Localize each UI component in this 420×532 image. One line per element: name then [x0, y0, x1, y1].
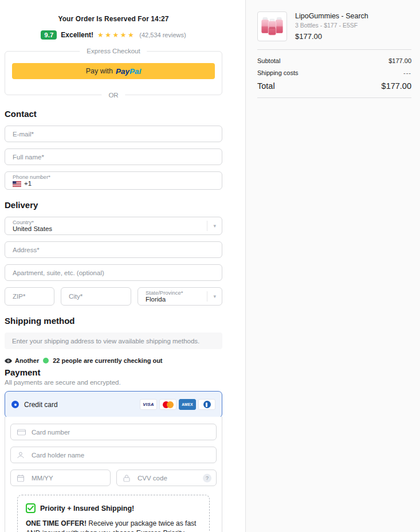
live-indicator-dot: [43, 358, 49, 363]
checkout-page: Your Order Is Reserved For 14:27 9.7 Exc…: [0, 0, 420, 532]
payment-method-box: Credit card VISA AMEX: [5, 391, 222, 532]
summary-divider-bottom: [257, 97, 411, 98]
shipping-notice: Enter your shipping address to view avai…: [5, 332, 222, 349]
social-proof-message: 22 people are currently checking out: [53, 357, 162, 364]
card-holder-field-wrap: [10, 447, 217, 463]
cvv-help-icon[interactable]: ?: [203, 474, 211, 482]
state-select[interactable]: State/Province* Florida ▾: [138, 287, 222, 306]
offer-checkbox[interactable]: [26, 503, 36, 513]
total-row: Total $177.00: [257, 81, 411, 91]
rating-row: 9.7 Excellent! ★★★★★ (42,534 reviews): [5, 30, 222, 40]
shipping-costs-label: Shipping costs: [257, 69, 299, 76]
check-icon: [28, 506, 34, 511]
total-label: Total: [257, 81, 275, 91]
payment-subheading: All payments are secure and encrypted.: [5, 379, 222, 386]
expiry-field-wrap: [10, 470, 111, 486]
product-title: LipoGummies - Search: [295, 12, 368, 20]
star-rating-icons: ★★★★★: [97, 31, 135, 39]
amex-icon: AMEX: [179, 399, 196, 410]
diners-icon: [198, 399, 215, 410]
paypal-button[interactable]: Pay with PayPal: [12, 63, 215, 79]
email-input[interactable]: [5, 126, 222, 142]
country-label: Country*: [13, 219, 214, 225]
zip-input[interactable]: [5, 287, 54, 306]
delivery-heading: Delivery: [5, 200, 222, 210]
visa-icon: VISA: [140, 399, 157, 410]
shipping-costs-row: Shipping costs ---: [257, 69, 411, 76]
phone-prefix: +1: [24, 180, 32, 187]
state-label: State/Province*: [146, 290, 214, 296]
product-bottles-illustration: [260, 14, 285, 39]
us-flag-icon: [13, 181, 21, 187]
social-proof-row: Another 22 people are currently checking…: [5, 357, 222, 364]
priority-shipping-offer-box: Priority + Insured Shipping! ONE TIME OF…: [17, 495, 210, 532]
payment-heading: Payment: [5, 367, 222, 377]
phone-input[interactable]: Phone number* +1: [5, 171, 222, 190]
product-image: [257, 11, 287, 41]
card-brand-badges: VISA AMEX: [140, 399, 215, 410]
rating-label: Excellent!: [61, 31, 93, 39]
card-holder-input[interactable]: [10, 447, 217, 463]
zip-city-state-row: State/Province* Florida ▾: [5, 287, 222, 306]
totals-section: Subtotal $177.00 Shipping costs --- Tota…: [257, 50, 411, 91]
phone-label: Phone number*: [13, 174, 214, 180]
address-input[interactable]: [5, 241, 222, 258]
state-value: Florida: [146, 296, 214, 303]
or-divider-label: OR: [101, 92, 125, 99]
shipping-costs-value: ---: [403, 69, 411, 76]
subtotal-label: Subtotal: [257, 57, 280, 64]
fullname-input[interactable]: [5, 148, 222, 165]
lock-icon: [123, 474, 130, 482]
express-checkout-legend: Express Checkout: [80, 48, 147, 54]
shipping-method-heading: Shipping method: [5, 316, 222, 326]
product-info: LipoGummies - Search 3 Bottles - $177 - …: [295, 11, 368, 41]
phone-value: +1: [13, 180, 214, 187]
offer-title: Priority + Insured Shipping!: [40, 504, 134, 513]
rating-score-badge: 9.7: [41, 30, 57, 40]
offer-title-row: Priority + Insured Shipping!: [26, 503, 201, 513]
country-select-caret: ▾: [207, 221, 222, 231]
paypal-button-label: Pay with: [86, 67, 113, 75]
card-icon: [17, 429, 26, 435]
country-select[interactable]: Country* United States ▾: [5, 217, 222, 235]
order-summary-panel: LipoGummies - Search 3 Bottles - $177 - …: [245, 0, 420, 532]
credit-card-radio[interactable]: [11, 401, 19, 408]
chevron-down-icon: ▾: [207, 223, 222, 229]
offer-description: ONE TIME OFFER! Receive your package twi…: [26, 519, 201, 532]
expiry-cvv-row: ?: [10, 470, 217, 486]
person-icon: [17, 452, 24, 459]
contact-heading: Contact: [5, 109, 222, 119]
express-checkout-box: Express Checkout Pay with PayPal OR: [5, 51, 222, 95]
apartment-input[interactable]: [5, 264, 222, 281]
credit-card-form: ? Priority + Insured Shipping!: [5, 417, 222, 532]
product-row: LipoGummies - Search 3 Bottles - $177 - …: [257, 11, 411, 41]
state-select-caret: ▾: [207, 291, 222, 302]
cvv-input[interactable]: [116, 470, 217, 486]
checkout-form-column: Your Order Is Reserved For 14:27 9.7 Exc…: [0, 0, 245, 532]
card-number-field-wrap: [10, 424, 217, 440]
card-number-input[interactable]: [10, 424, 217, 440]
social-proof-prefix: Another: [15, 357, 39, 364]
eye-icon: [5, 358, 12, 363]
checkout-form-inner: Your Order Is Reserved For 14:27 9.7 Exc…: [5, 15, 222, 532]
paypal-logo: PayPal: [116, 67, 141, 76]
order-reserved-timer: Your Order Is Reserved For 14:27: [5, 15, 222, 23]
subtotal-row: Subtotal $177.00: [257, 57, 411, 64]
mastercard-icon: [159, 399, 176, 410]
product-price: $177.00: [295, 32, 368, 41]
credit-card-label: Credit card: [24, 401, 58, 409]
credit-card-method-option[interactable]: Credit card VISA AMEX: [5, 391, 222, 418]
subtotal-value: $177.00: [388, 57, 411, 64]
product-variant: 3 Bottles - $177 - E5SF: [295, 22, 368, 29]
reviews-count: (42,534 reviews): [139, 32, 186, 38]
chevron-down-icon: ▾: [207, 294, 222, 299]
calendar-icon: [17, 474, 24, 482]
country-value: United States: [13, 225, 214, 233]
expiry-input[interactable]: [10, 470, 111, 486]
total-value: $177.00: [382, 81, 411, 91]
city-input[interactable]: [61, 287, 131, 306]
cvv-field-wrap: ?: [116, 470, 217, 486]
